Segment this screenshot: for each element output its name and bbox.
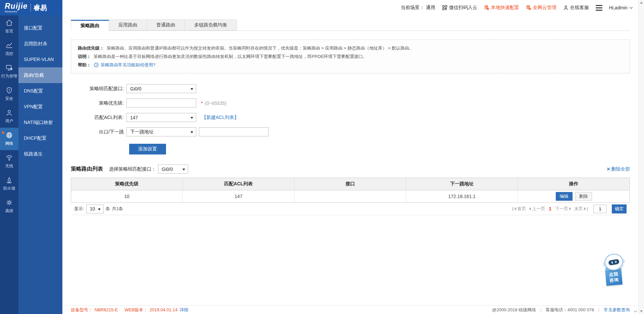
list-filter-select[interactable]: Gi0/0	[158, 165, 188, 174]
tab-policy-route[interactable]: 策略路由	[71, 20, 109, 31]
policy-route-list-header: 策略路由列表 选择策略组匹配接口： Gi0/0 × 删除全部	[71, 165, 630, 174]
logo-product: 睿易	[34, 3, 47, 12]
priority-hint: (0~65535)	[205, 101, 226, 106]
subnav-anti-block[interactable]: 启用防封杀	[18, 36, 62, 52]
tab-multilink-load-balance[interactable]: 多链路负载均衡	[185, 19, 237, 30]
copyright-text: @2000-2018 锐捷网络	[492, 307, 536, 313]
col-next-hop: 下一跳地址	[406, 178, 518, 190]
sidebar-item-label: 网络	[5, 141, 13, 146]
brand-logo: Ruijie Networks 睿易	[0, 0, 62, 15]
egress-type-select[interactable]: 下一跳地址	[126, 127, 196, 136]
scroll-up-icon[interactable]	[640, 2, 643, 4]
first-page-icon	[514, 207, 516, 210]
cloud-mgmt-icon	[526, 5, 531, 10]
footer-separator: ｜	[539, 307, 543, 313]
sidebar-item-wireless[interactable]: 无线	[0, 150, 18, 173]
flow-chart-icon	[5, 42, 13, 49]
unit-label: 条	[106, 206, 110, 212]
sidebar-item-flow-control[interactable]: 流控	[0, 38, 18, 60]
current-scene-label: 当前场景：	[401, 5, 424, 11]
delete-button[interactable]: 删除	[575, 192, 592, 201]
priority-input[interactable]	[126, 99, 196, 108]
info-note-text: 策略路由是一种比基于目标网络进行路由更加灵活的数据包路由转发机制，以太网环境下需…	[94, 52, 367, 61]
goto-page-input[interactable]	[593, 205, 607, 213]
secondary-sidebar: 接口配置 启用防封杀 SUPER-VLAN 路由/负载 DNS配置 VPN配置 …	[18, 15, 62, 314]
user-menu[interactable]: Hi,admin	[609, 5, 633, 10]
first-page-icon	[513, 207, 513, 211]
chat-widget[interactable]: 点我 咨询	[599, 254, 628, 285]
cloud-mgmt-link[interactable]: 全网云管理	[526, 5, 556, 11]
chevron-down-icon	[629, 6, 633, 10]
sidebar-item-firewall[interactable]: 防火墙	[0, 173, 18, 195]
confirm-page-button[interactable]: 确定	[612, 204, 627, 213]
next-hop-input[interactable]	[199, 127, 269, 136]
page: Ruijie Networks 睿易 当前场景： 通用 微信扫码入云 本地快速配…	[0, 0, 644, 314]
info-line-note: 说明： 策略路由是一种比基于目标网络进行路由更加灵活的数据包路由转发机制，以太网…	[78, 52, 623, 61]
page-size-select[interactable]: 10	[86, 204, 104, 213]
cell-acl: 147	[183, 190, 294, 202]
collapse-chevron-icon[interactable]	[634, 310, 637, 313]
sidebar-item-behavior-mgmt[interactable]: 行为管理	[0, 60, 18, 83]
subnav-interface-config[interactable]: 接口配置	[18, 20, 62, 36]
subnav-dhcp-config[interactable]: DHCP配置	[18, 130, 62, 146]
acl-label: 匹配ACL列表:	[62, 115, 126, 121]
sidebar-item-advanced[interactable]: 高级	[0, 195, 18, 217]
behavior-monitor-icon	[5, 64, 13, 72]
edit-button[interactable]: 编辑	[556, 192, 573, 201]
col-interface: 接口	[294, 178, 406, 190]
tab-normal-route[interactable]: 普通路由	[147, 19, 185, 30]
sidebar-item-label: 防火墙	[3, 186, 15, 191]
sidebar-item-home[interactable]: 首页	[0, 15, 18, 38]
web-version-label: WEB版本：	[124, 307, 148, 313]
form-row-acl: 匹配ACL列表: 147 【新建ACL列表】	[62, 113, 638, 122]
network-globe-icon	[5, 131, 13, 139]
new-acl-link[interactable]: 【新建ACL列表】	[202, 115, 239, 121]
detail-link[interactable]: 详细	[179, 307, 188, 313]
wechat-scan-link[interactable]: 微信扫码入云	[442, 5, 477, 11]
last-page-button[interactable]: 末页	[574, 206, 588, 212]
group-interface-value: Gi0/0	[130, 86, 141, 91]
subnav-super-vlan[interactable]: SUPER-VLAN	[18, 52, 62, 67]
first-page-button[interactable]: 首页	[513, 206, 526, 212]
vertical-scrollbar[interactable]	[638, 0, 644, 314]
main-content: 策略路由 应用路由 普通路由 多链路负载均衡 路由优先级： 策略路由、应用路由和…	[62, 15, 638, 314]
policy-route-table: 策略优先级 匹配ACL列表 接口 下一跳地址 操作 10 147 172.18.…	[71, 178, 630, 203]
first-page-label: 首页	[517, 206, 526, 212]
logo-divider	[31, 4, 31, 12]
priority-label: 策略优先级:	[62, 100, 126, 106]
add-settings-button[interactable]: 添加设置	[129, 144, 166, 154]
subnav-dns-config[interactable]: DNS配置	[18, 83, 62, 99]
subnav-line-escape[interactable]: 线路逃生	[18, 146, 62, 162]
x-close-icon: ×	[607, 166, 610, 172]
subnav-route-load[interactable]: 路由/负载	[18, 67, 62, 83]
subnav-nat-port-mapping[interactable]: NAT/端口映射	[18, 115, 62, 130]
scroll-down-icon[interactable]	[640, 310, 643, 312]
sidebar-item-security[interactable]: 安全	[0, 83, 18, 105]
local-quick-config-label: 本地快速配置	[491, 5, 519, 11]
footer-separator: ｜	[597, 307, 601, 313]
robot-ear-icon	[603, 262, 605, 267]
current-page-number[interactable]: 1	[548, 206, 552, 211]
online-service-link[interactable]: 在线客服	[563, 5, 589, 11]
group-interface-select[interactable]: Gi0/0	[126, 84, 196, 93]
info-line-priority: 路由优先级： 策略路由、应用路由和普通IP路由都可以作为报文转发的依据。当策略同…	[78, 44, 623, 52]
wechat-scan-label: 微信扫码入云	[449, 5, 477, 11]
consult-box: 点我 咨询	[605, 268, 623, 286]
tab-app-route[interactable]: 应用路由	[109, 19, 147, 30]
next-page-button[interactable]: 下一页	[555, 206, 571, 212]
required-asterisk: *	[201, 100, 203, 106]
acl-select[interactable]: 147	[126, 113, 196, 122]
col-actions: 操作	[518, 178, 630, 190]
dropdown-arrow-icon	[191, 131, 193, 133]
faq-link[interactable]: 常见参数查询	[604, 307, 630, 313]
col-priority: 策略优先级	[71, 178, 183, 190]
help-link[interactable]: 策略路由常见功能如何使用?	[101, 61, 155, 69]
menu-hamburger-icon[interactable]	[596, 5, 602, 11]
prev-page-button[interactable]: 上一页	[529, 206, 545, 212]
service-phone: 客服电话：4001 000 078	[546, 307, 594, 313]
local-quick-config-link[interactable]: 本地快速配置	[484, 5, 519, 11]
delete-all-button[interactable]: × 删除全部	[607, 166, 630, 172]
sidebar-item-users[interactable]: 用户	[0, 105, 18, 128]
subnav-vpn-config[interactable]: VPN配置	[18, 99, 62, 115]
sidebar-item-network[interactable]: 网络	[0, 128, 18, 150]
